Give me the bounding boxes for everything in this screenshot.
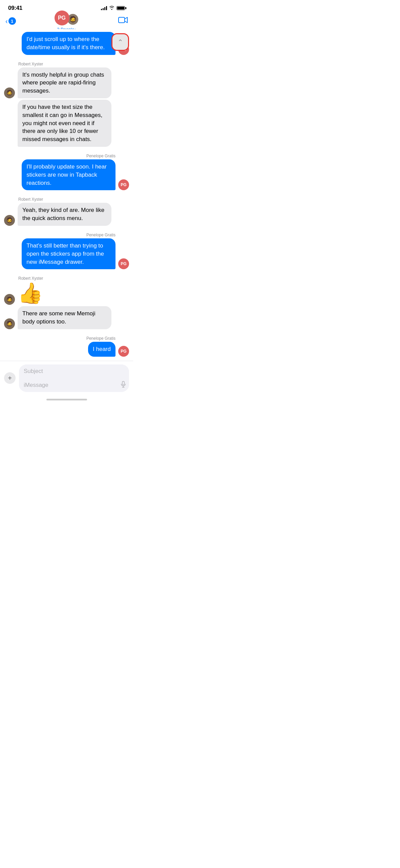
subject-field[interactable]: Subject [19,364,129,378]
nav-header: ‹ 1 PG 🧔 2 People › [0,15,133,29]
avatar-rx-inline: 🧔 [4,87,15,98]
svg-rect-0 [119,17,125,23]
bubble-wrap: Robert Xyster Yeah, they kind of are. Mo… [18,197,111,226]
message-row: 🧔 Robert Xyster 👍 [4,276,129,305]
avatar-group: PG 🧔 [55,11,79,25]
message-bubble[interactable]: I heard [88,342,115,357]
message-bubble[interactable]: There are some new Memoji body options t… [18,306,111,329]
bubble-wrap: There are some new Memoji body options t… [18,306,111,329]
bubble-wrap: Penelope Gratis That's still better than… [22,233,115,269]
back-button[interactable]: ‹ 1 [5,17,16,25]
wifi-icon [109,5,114,11]
plus-icon: + [8,374,12,382]
message-bubble-emoji[interactable]: 👍 [18,282,43,305]
attachment-button[interactable]: + [4,372,16,384]
video-call-button[interactable] [118,16,128,26]
status-time: 09:41 [8,5,22,12]
sender-name: Robert Xyster [18,197,43,202]
message-input-container: Subject iMessage [19,364,129,392]
message-row: If you have the text size the smallest i… [4,100,129,147]
sender-name: Penelope Gratis [86,154,115,158]
svg-rect-1 [122,381,124,385]
input-row: + Subject iMessage [4,364,129,392]
sender-name: Robert Xyster [18,276,43,281]
header-center[interactable]: PG 🧔 2 People › [55,11,79,32]
home-indicator [0,396,133,402]
message-bubble[interactable]: I'd just scroll up to where the date/tim… [22,32,115,55]
message-row: 🧔 There are some new Memoji body options… [4,306,129,329]
message-placeholder: iMessage [24,382,48,389]
mic-icon[interactable] [121,381,126,389]
avatar-pg-inline: PG [118,258,129,269]
message-row: Penelope Gratis I heard PG [4,336,129,357]
sender-name: Robert Xyster [18,62,43,66]
avatar-placeholder [4,136,15,147]
avatar-pg: PG [55,11,69,25]
message-bubble[interactable]: It's mostly helpful in group chats where… [18,67,111,98]
home-bar [46,399,87,400]
message-row: 🧔 Robert Xyster It's mostly helpful in g… [4,62,129,98]
message-bubble[interactable]: If you have the text size the smallest i… [18,100,111,147]
bubble-wrap: Penelope Gratis I'll probably update soo… [22,154,115,190]
back-chevron-icon: ‹ [5,18,8,24]
avatar-pg-inline: PG [118,346,129,357]
status-icons [101,5,125,11]
avatar-rx-inline: 🧔 [4,294,15,305]
bubble-wrap: If you have the text size the smallest i… [18,100,111,147]
scroll-up-button[interactable]: ⌃ [111,33,129,51]
avatar-rx-inline: 🧔 [4,318,15,329]
avatar-rx-inline: 🧔 [4,215,15,226]
bubble-wrap: Penelope Gratis I heard [86,336,115,357]
message-row: Penelope Gratis I'll probably update soo… [4,154,129,190]
avatar-pg-inline: PG [118,179,129,190]
message-row: 🧔 Robert Xyster Yeah, they kind of are. … [4,197,129,226]
message-bubble[interactable]: I'll probably update soon. I hear sticke… [22,159,115,190]
input-area: + Subject iMessage [0,361,133,396]
message-input-field[interactable]: iMessage [19,378,129,392]
message-bubble[interactable]: Yeah, they kind of are. More like the qu… [18,203,111,226]
sender-name: Penelope Gratis [86,233,115,237]
messages-area: ⌃ I'd just scroll up to where the date/t… [0,29,133,361]
sender-name: Penelope Gratis [86,336,115,341]
bubble-wrap: Robert Xyster 👍 [18,276,43,305]
message-row: Penelope Gratis That's still better than… [4,233,129,269]
scroll-up-chevron-icon: ⌃ [118,38,123,46]
bubble-wrap: Robert Xyster It's mostly helpful in gro… [18,62,111,98]
message-row: I'd just scroll up to where the date/tim… [4,32,129,55]
subject-placeholder: Subject [24,368,43,374]
back-badge: 1 [8,17,16,25]
message-bubble[interactable]: That's still better than trying to open … [22,238,115,269]
bubble-wrap: I'd just scroll up to where the date/tim… [22,32,115,55]
signal-icon [101,6,107,10]
battery-icon [117,6,125,10]
